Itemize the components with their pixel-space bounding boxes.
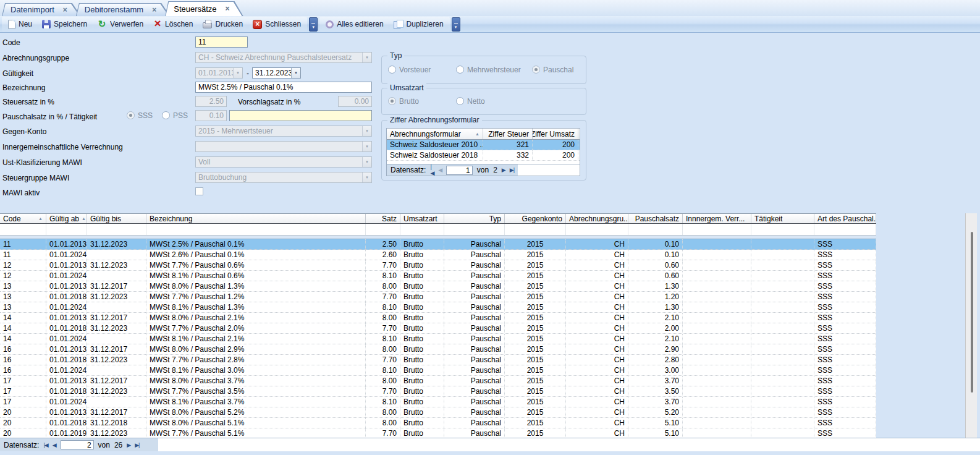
table-row[interactable]: 1201.01.2024MWSt 8.1% / Pauschal 0.6%8.1… <box>0 271 876 281</box>
filter-cell[interactable] <box>444 224 505 235</box>
grid-column-header[interactable]: Art des Pauschal... <box>814 214 876 223</box>
next-record-icon[interactable]: ▶ <box>502 167 505 173</box>
steuersatz-input[interactable]: 2.50 <box>195 96 227 107</box>
print-button[interactable]: Drucken <box>198 17 248 31</box>
filter-cell[interactable] <box>814 224 876 235</box>
table-row[interactable]: 1601.01.201831.12.2023MWSt 7.7% / Pausch… <box>0 355 876 365</box>
grid-filter-row[interactable] <box>0 224 876 236</box>
table-row[interactable]: Schweiz Saldosteuer 2018332200 <box>387 150 580 161</box>
grid-column-header[interactable]: Typ <box>444 214 505 223</box>
table-row[interactable]: Schweiz Saldosteuer 2010 ...321200 <box>387 140 580 150</box>
grid-column-header[interactable]: Ziffer Steuer <box>483 129 533 139</box>
filter-cell[interactable] <box>751 224 814 235</box>
vertical-scrollbar[interactable] <box>965 213 977 439</box>
radio-pauschal[interactable]: Pauschal <box>532 66 573 74</box>
dropdown-arrow-icon[interactable]: ▼ <box>233 68 242 78</box>
table-row[interactable]: 1101.01.201331.12.2023MWSt 2.5% / Pausch… <box>0 239 876 250</box>
tab-steuersaetze-active[interactable]: Steuersätze × <box>165 1 243 16</box>
grid-column-header[interactable]: Ziffer Umsatz <box>533 129 578 139</box>
filter-cell[interactable] <box>46 224 87 235</box>
radio-pss[interactable]: PSS <box>162 111 188 120</box>
filter-cell[interactable] <box>628 224 683 235</box>
table-row[interactable]: 2001.01.201331.12.2017MWSt 8.0% / Pausch… <box>0 407 876 418</box>
grid-column-header[interactable]: Umsatzart <box>400 214 444 223</box>
dropdown-arrow-icon[interactable]: ▼ <box>362 126 371 136</box>
table-row[interactable]: 1601.01.2024MWSt 8.1% / Pauschal 3.0%8.1… <box>0 365 876 376</box>
edit-all-button[interactable]: Alles editieren <box>321 17 388 31</box>
duplicate-button[interactable]: Duplizieren <box>389 17 449 31</box>
close-tab-icon[interactable]: × <box>63 7 67 13</box>
gueltig-bis-datepicker[interactable]: 31.12.2023 ▼ <box>252 67 301 79</box>
dropdown-arrow-icon[interactable]: ▼ <box>362 142 371 151</box>
abrechnungsgruppe-select[interactable]: CH - Schweiz Abrechnung Pauschalsteuersa… <box>195 52 372 63</box>
table-row[interactable]: 1301.01.2024MWSt 8.1% / Pauschal 1.3%8.1… <box>0 302 876 313</box>
table-row[interactable]: 1101.01.2024MWSt 2.6% / Pauschal 0.1%2.6… <box>0 250 876 260</box>
last-record-icon[interactable]: ▶| <box>135 442 139 448</box>
toolbar-overflow-button[interactable]: ▼ <box>452 17 460 32</box>
table-row[interactable]: 1701.01.201331.12.2017MWSt 8.0% / Pausch… <box>0 376 876 386</box>
toolbar-overflow-button[interactable]: ▼ <box>309 17 318 32</box>
dropdown-arrow-icon[interactable]: ▼ <box>362 172 371 182</box>
dropdown-arrow-icon[interactable]: ▼ <box>362 157 371 167</box>
radio-netto[interactable]: Netto <box>456 97 485 106</box>
last-record-icon[interactable]: ▶| <box>510 167 514 173</box>
ust-klasifizierung-select[interactable]: Voll ▼ <box>195 156 372 168</box>
scrollbar-thumb[interactable] <box>971 232 973 393</box>
grid-column-header[interactable]: Innnergem. Verr... <box>683 214 751 223</box>
filter-cell[interactable] <box>683 224 751 235</box>
filter-cell[interactable] <box>366 224 400 235</box>
radio-sss[interactable]: SSS <box>127 111 153 120</box>
filter-cell[interactable] <box>146 224 366 235</box>
gegen-konto-select[interactable]: 2015 - Mehrwertsteuer ▼ <box>195 125 372 137</box>
innergemeinschaftliche-select[interactable]: ▼ <box>195 141 372 152</box>
code-input[interactable]: 11 <box>195 36 248 48</box>
grid-column-header[interactable]: Abrechnungsformular▲ <box>387 129 483 139</box>
table-row[interactable]: 1401.01.201331.12.2017MWSt 8.0% / Pausch… <box>0 313 876 323</box>
first-record-icon[interactable]: |◀ <box>43 442 48 448</box>
table-row[interactable]: 1401.01.201831.12.2023MWSt 7.7% / Pausch… <box>0 323 876 334</box>
table-row[interactable]: 1301.01.201331.12.2017MWSt 8.0% / Pausch… <box>0 281 876 292</box>
grid-column-header[interactable]: Gegenkonto <box>505 214 566 223</box>
close-tab-icon[interactable]: × <box>226 6 230 12</box>
vorschlagsatz-input[interactable]: 0.00 <box>338 96 372 107</box>
grid-column-header[interactable]: Pauschalsatz <box>628 214 683 223</box>
filter-cell[interactable] <box>566 224 628 235</box>
close-button[interactable]: × Schliessen <box>248 17 306 31</box>
gueltig-ab-datepicker[interactable]: 01.01.2013 ▼ <box>195 67 243 79</box>
mawi-aktiv-checkbox[interactable] <box>195 187 203 195</box>
filter-cell[interactable] <box>505 224 566 235</box>
filter-cell[interactable] <box>87 224 146 235</box>
new-button[interactable]: Neu <box>3 17 37 31</box>
radio-brutto[interactable]: Brutto <box>388 97 419 106</box>
table-row[interactable]: 2001.01.201831.12.2018MWSt 8.0% / Pausch… <box>0 418 876 428</box>
grid-column-header[interactable]: Code▲ <box>0 214 46 223</box>
grid-column-header[interactable]: Gültig ab▲ <box>46 214 87 223</box>
table-row[interactable]: 1601.01.201331.12.2017MWSt 8.0% / Pausch… <box>0 344 876 355</box>
bezeichnung-input[interactable]: MWSt 2.5% / Pauschal 0.1% <box>195 82 372 93</box>
table-row[interactable]: 1701.01.2024MWSt 8.1% / Pauschal 3.7%8.1… <box>0 397 876 407</box>
table-row[interactable]: 1201.01.201331.12.2023MWSt 7.7% / Pausch… <box>0 260 876 271</box>
discard-button[interactable]: ↻ Verwerfen <box>92 17 148 31</box>
delete-button[interactable]: × Löschen <box>148 17 198 31</box>
steuergruppe-select[interactable]: Bruttobuchung ▼ <box>195 172 372 183</box>
table-row[interactable]: 1401.01.2024MWSt 8.1% / Pauschal 2.1%8.1… <box>0 334 876 344</box>
grid-column-header[interactable]: Satz <box>366 214 400 223</box>
grid-column-header[interactable]: Bezeichnung <box>146 214 366 223</box>
tab-debitorenstamm[interactable]: Debitorenstamm × <box>76 3 170 16</box>
grid-column-header[interactable]: Gültig bis <box>87 214 146 223</box>
record-number-input[interactable]: 2 <box>61 440 94 449</box>
radio-mehrwehrsteuer[interactable]: Mehrwehrsteuer <box>456 66 521 74</box>
dropdown-arrow-icon[interactable]: ▼ <box>362 53 371 62</box>
grid-column-header[interactable]: Abrechnungsgru... <box>566 214 628 223</box>
close-tab-icon[interactable]: × <box>152 7 156 13</box>
ziffer-record-number-input[interactable]: 1 <box>446 166 473 175</box>
grid-column-header[interactable]: Tätigkeit <box>751 214 814 223</box>
filter-cell[interactable] <box>0 224 46 235</box>
save-button[interactable]: Speichern <box>37 17 92 31</box>
pauschalsatz-input[interactable]: 0.10 <box>195 110 227 121</box>
dropdown-arrow-icon[interactable]: ▼ <box>291 68 300 78</box>
radio-vorsteuer[interactable]: Vorsteuer <box>388 66 431 74</box>
taetigkeit-input[interactable] <box>229 110 372 121</box>
table-row[interactable]: 1701.01.201831.12.2023MWSt 7.7% / Pausch… <box>0 386 876 397</box>
next-record-icon[interactable]: ▶ <box>127 442 130 448</box>
